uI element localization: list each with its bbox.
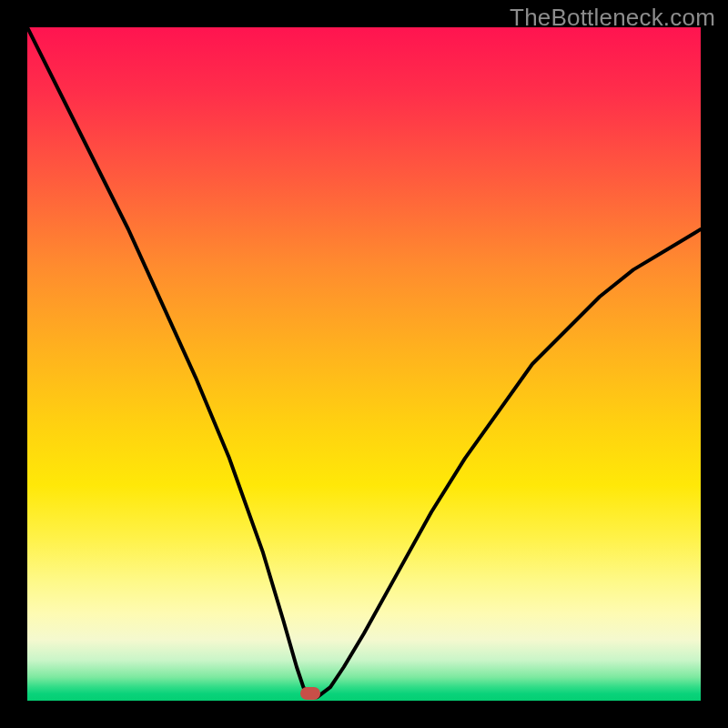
optimum-marker	[300, 687, 320, 700]
plot-area	[27, 27, 701, 701]
chart-frame: TheBottleneck.com	[0, 0, 728, 728]
bottleneck-curve	[27, 27, 701, 701]
